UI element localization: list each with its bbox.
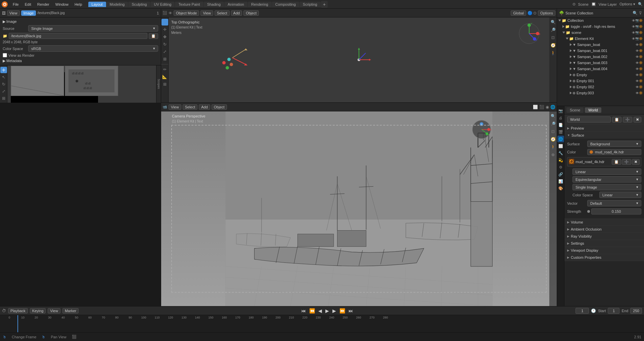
workspace-shading[interactable]: Shading (204, 2, 224, 7)
surface-type-dropdown[interactable]: Background (587, 141, 641, 147)
viewport-type-icon[interactable]: 👁 (169, 11, 172, 15)
jump-end[interactable]: ⏭ (348, 308, 354, 313)
world-unlink[interactable]: ✖ (634, 117, 641, 123)
view-as-render-check[interactable] (3, 53, 7, 57)
cursor-tool[interactable]: ✛ (0, 67, 7, 73)
coll-camera[interactable]: 📷 (635, 19, 639, 22)
measure-tool[interactable]: 📐 (162, 74, 168, 80)
volume-header[interactable]: Volume (564, 219, 644, 226)
e003-eye[interactable]: 👁 (636, 91, 639, 95)
outliner-row-empty003[interactable]: ⊕ Empty.003 👁 🔆 (557, 90, 644, 96)
workspace-layout[interactable]: Layout (88, 2, 106, 7)
prop-icon-view-layer[interactable]: 📑 (557, 121, 564, 128)
select-tool[interactable]: ↖ (162, 19, 168, 26)
workspace-uv-editing[interactable]: UV Editing (150, 2, 175, 7)
start-input[interactable]: 1 (608, 308, 619, 314)
walk-icon[interactable]: 🚶 (550, 50, 556, 56)
outliner-row-empty001[interactable]: ⊕ Empty 001 👁 🔆 (557, 78, 644, 84)
timeline-view-menu[interactable]: View (48, 308, 60, 313)
proportional-icon[interactable]: ⊙ (533, 11, 537, 15)
vector-dropdown[interactable]: Default (587, 200, 641, 206)
move-tool-3d[interactable]: ✥ (162, 34, 168, 40)
playback-menu[interactable]: Playback (8, 308, 28, 313)
sb-eye[interactable]: 👁 (636, 43, 639, 47)
prop-icon-output[interactable]: 🖨 (557, 114, 564, 121)
filepath-input[interactable]: /textures|Black.jpg (9, 33, 147, 39)
image-section-header[interactable]: ▶ Image (3, 19, 158, 24)
outliner-search[interactable]: 🔍 (633, 11, 638, 15)
cam-type-icon[interactable]: 📹 (163, 105, 167, 109)
cam-add-btn[interactable]: Add (199, 104, 210, 110)
ek-camera[interactable]: 📷 (635, 37, 639, 40)
prop-icon-world[interactable]: 🌐 (557, 136, 564, 142)
sb002-render[interactable]: 🔆 (639, 55, 643, 58)
sb001-render[interactable]: 🔆 (639, 49, 643, 52)
search-btn[interactable]: 🔍 (638, 2, 643, 6)
keying-menu[interactable]: Keying (30, 308, 46, 313)
workspace-add[interactable]: + (321, 1, 328, 8)
view-layer[interactable]: View Layer (599, 2, 617, 6)
outliner-row-sampan003[interactable]: ▼ Sampan_boat.003 👁 🔆 (557, 60, 644, 66)
sb004-eye[interactable]: 👁 (636, 67, 639, 71)
zoom-out-icon[interactable]: 🔎 (550, 27, 556, 33)
orientation-dropdown[interactable]: Global (511, 10, 526, 16)
sc-render[interactable]: 🔆 (639, 31, 643, 34)
coll-render[interactable]: 🔆 (639, 19, 643, 22)
prop-icon-data[interactable]: 📊 (557, 178, 564, 185)
sc-camera[interactable]: 📷 (635, 31, 639, 34)
sb002-eye[interactable]: 👁 (636, 55, 639, 59)
prop-icon-constraints[interactable]: 🔗 (557, 171, 564, 178)
prev-frame[interactable]: ◀ (318, 308, 323, 313)
menu-edit[interactable]: Edit (22, 2, 34, 7)
browse-btn[interactable]: 📋 (149, 33, 158, 39)
preview-header[interactable]: Preview (564, 125, 644, 132)
transform-tool-3d[interactable]: ⊞ (162, 56, 168, 62)
sb003-eye[interactable]: 👁 (636, 61, 639, 65)
workspace-compositing[interactable]: Compositing (272, 2, 299, 7)
scene-label[interactable]: Scene (578, 2, 589, 6)
sb003-render[interactable]: 🔆 (639, 61, 643, 64)
prop-icon-scene[interactable]: 🎬 (557, 129, 564, 135)
tog-camera[interactable]: 📷 (635, 25, 639, 28)
snap-icon[interactable]: 🔵 (527, 11, 533, 15)
select-btn[interactable]: Select (215, 10, 230, 16)
e001-eye[interactable]: 👁 (636, 79, 639, 83)
outliner-row-empty[interactable]: ⊕ Empty 👁 🔆 (557, 72, 644, 78)
outliner-row-sampan[interactable]: ▼ Sampan_boat 👁 🔆 (557, 42, 644, 48)
e003-render[interactable]: 🔆 (639, 91, 643, 95)
mode-dropdown[interactable]: Object Mode (174, 10, 199, 16)
e001-render[interactable]: 🔆 (639, 79, 643, 83)
menu-file[interactable]: File (10, 2, 21, 7)
hdr-del-btn[interactable]: ✖ (632, 159, 640, 165)
current-frame-display[interactable]: 1 (576, 308, 589, 314)
next-frame[interactable]: ▶ (332, 308, 337, 313)
equirect-dropdown[interactable]: Equirectangular (572, 176, 641, 183)
prop-icon-object[interactable]: ⬜ (557, 143, 564, 149)
prev-keyframe[interactable]: ⏪ (309, 308, 316, 313)
workspace-scripting[interactable]: Scripting (300, 2, 321, 7)
world-tab[interactable]: World (585, 107, 601, 113)
scene-tab[interactable]: Scene (566, 107, 584, 113)
prop-icon-particles[interactable]: 💫 (557, 157, 564, 163)
move-tool[interactable]: ↖ (0, 74, 7, 80)
tog-eye[interactable]: 👁 (632, 25, 635, 29)
world-name-input[interactable]: World (567, 116, 611, 123)
sb001-eye[interactable]: 👁 (636, 49, 639, 53)
workspace-texture-paint[interactable]: Texture Paint (175, 2, 203, 7)
ek-eye[interactable]: 👁 (632, 37, 635, 41)
outliner-row-sampan002[interactable]: ▼ Sampan_boat.002 👁 🔆 (557, 54, 644, 60)
linear-dropdown[interactable]: Linear (572, 168, 641, 175)
world-new[interactable]: ➕ (623, 117, 632, 123)
ao-header[interactable]: Ambient Occlusion (564, 226, 644, 233)
outliner-row-sampan004[interactable]: ▼ Sampan_boat.004 👁 🔆 (557, 66, 644, 72)
workspace-sculpting[interactable]: Sculpting (128, 2, 150, 7)
editor-type-icon[interactable]: 🖼 (2, 11, 6, 15)
cam-view-all[interactable]: ⊡ (550, 128, 556, 135)
menu-help[interactable]: Help (72, 2, 85, 7)
add-btn[interactable]: Add (231, 10, 242, 16)
wireframe-icon[interactable]: ⬜ (533, 105, 538, 109)
world-browse[interactable]: 📋 (612, 117, 622, 123)
jump-start[interactable]: ⏮ (301, 308, 307, 313)
metadata-header[interactable]: ▶ Metadata (3, 59, 158, 63)
emp-eye[interactable]: 👁 (636, 73, 639, 77)
